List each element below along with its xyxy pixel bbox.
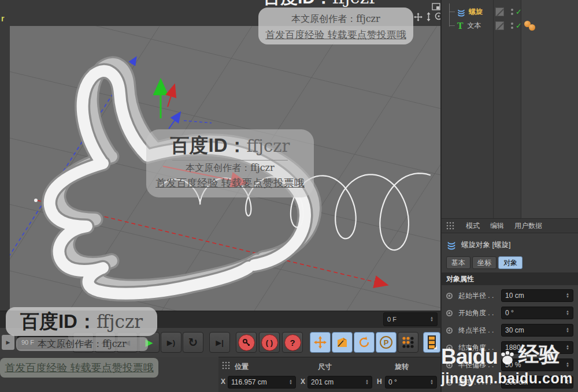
tab-basic[interactable]: 基本 [446,256,470,269]
radial-bias-value: 50 % [505,361,521,369]
prev-key-button[interactable]: ◀( [95,332,116,353]
loop-button[interactable]: ↻ [183,332,203,353]
key-rotation-button[interactable] [354,332,375,353]
size-x-field[interactable]: 201 cm ▲▼ [307,376,372,389]
height-value: 200 cm [505,378,528,386]
gizmo-blue-dashes [184,121,212,123]
goto-start-icon: |◀ [79,338,87,347]
attribute-menu-bar: 模式 编辑 用户数据 [442,218,578,233]
current-frame-value: 90 F [21,339,34,346]
object-label-helix[interactable]: 螺旋 [469,7,483,17]
end-frame-field[interactable]: 0 F ▲▼ [383,312,438,326]
radial-bias-field[interactable]: 50 %▲▼ [501,359,573,371]
size-header: 尺寸 [318,362,332,372]
height-field[interactable]: 200 cm▲▼ [501,376,573,389]
thumbs-up-shape[interactable] [50,64,314,294]
start-radius-field[interactable]: 10 cm▲▼ [501,289,573,302]
keyframe-circle-icon[interactable] [446,362,453,368]
play-button[interactable]: ▶ [139,332,160,353]
pan-icon[interactable] [413,12,423,22]
record-key-icon [238,334,255,351]
spinner-arrows[interactable]: ▲▼ [365,379,369,385]
position-x-field[interactable]: 116.957 cm ▲▼ [228,376,296,389]
goto-end-button[interactable]: ▶| [209,332,230,353]
autokey-button[interactable]: ( ) [259,332,280,353]
key-position-button[interactable] [310,332,331,353]
property-row-end-radius: 终点半径 . . 30 cm▲▼ [442,323,578,337]
timeline-mode-button[interactable] [423,332,440,353]
spinner-arrows[interactable]: ▲▼ [566,293,569,298]
record-position-button[interactable] [236,332,257,353]
rotation-h-field[interactable]: 0 ° ▲▼ [385,376,437,389]
key-parameter-button[interactable]: P [376,332,397,353]
object-properties-section[interactable]: 对象属性 [442,272,578,285]
spinner-arrows[interactable]: ▲▼ [61,339,64,345]
watermark-bottomleft-slogan: 首发百度经验 转载要点赞投票哦 [0,358,158,378]
keyframe-circle-icon[interactable] [446,379,453,386]
layer-swatch[interactable] [495,21,504,30]
attribute-object-title: 螺旋对象 [螺旋] [442,237,578,253]
keyframe-circle-icon[interactable] [446,293,453,299]
goto-start-button[interactable]: |◀ [73,332,94,353]
tab-object[interactable]: 对象 [498,256,523,269]
grid-handle-icon[interactable] [222,361,231,369]
gizmo-blue-arrow[interactable] [169,113,180,129]
menu-mode[interactable]: 模式 [466,221,480,231]
end-frame-value: 0 F [387,316,397,323]
keyframe-circle-icon[interactable] [446,310,453,316]
enabled-check-icon[interactable]: ✓ [516,8,522,16]
current-frame-field[interactable]: 90 F ▲▼ [17,335,68,349]
dolly-icon[interactable] [423,12,433,22]
position-x-value: 116.957 cm [231,378,267,386]
end-angle-value: 1880 ° [505,344,525,352]
spinner-arrows[interactable]: ▲▼ [289,379,292,385]
rotation-h-axis-label: H [377,378,382,386]
spinner-arrows[interactable]: ▲▼ [566,327,569,333]
grid-handle-icon[interactable] [446,222,455,230]
enabled-check-icon[interactable]: ✓ [516,21,522,30]
visibility-dots[interactable] [511,9,513,15]
tab-coordinates[interactable]: 坐标 [472,256,497,269]
layer-swatch[interactable] [495,8,504,16]
start-angle-field[interactable]: 0 °▲▼ [501,307,573,319]
timeline-ruler[interactable]: 3540 4550 5560 6570 7580 8590 [0,311,440,328]
tab-basic-label: 基本 [451,258,465,268]
object-manager-tag-column [521,0,578,218]
spinner-arrows[interactable]: ▲▼ [566,345,569,350]
spinner-arrows[interactable]: ▲▼ [430,379,433,385]
gizmo-red-arrow[interactable] [168,87,174,107]
property-row-start-radius: 起始半径 . . 10 cm▲▼ [442,289,578,303]
spinner-arrows[interactable]: ▲▼ [566,362,569,368]
menu-edit[interactable]: 编辑 [490,221,504,231]
object-x-axis-arrow[interactable] [163,166,246,183]
object-title-text: 螺旋对象 [螺旋] [461,240,510,250]
property-label: 开始角度 . . [458,308,494,318]
move-icon [314,336,327,349]
3d-viewport[interactable] [0,26,440,311]
keyframe-help-button[interactable]: ? [282,332,303,353]
spinner-arrows[interactable]: ▲▼ [566,310,569,316]
maximize-window-icon[interactable] [431,1,441,12]
property-row-height: 高度 . . . . . 200 cm▲▼ [442,375,578,389]
keying-selection-button[interactable] [398,332,418,353]
end-angle-field[interactable]: 1880 °▲▼ [501,341,573,354]
property-label: 结束角度 . . [458,343,494,353]
spinner-arrows[interactable]: ▲▼ [430,316,433,322]
panel-expand-button[interactable]: ▶ [2,335,14,350]
keyframe-circle-icon[interactable] [446,327,453,334]
prev-frame-button[interactable]: ◀ [117,332,138,353]
visibility-dots[interactable] [511,23,513,29]
object-label-text[interactable]: 文本 [467,21,481,31]
spinner-arrows[interactable]: ▲▼ [566,379,569,385]
menu-user-data[interactable]: 用户数据 [514,221,542,231]
tab-object-label: 对象 [503,258,517,268]
property-label: 高度 . . . . . [458,378,491,387]
object-row-text[interactable]: T 文本 ✓ [442,19,578,32]
property-row-end-angle: 结束角度 . . 1880 °▲▼ [442,341,578,354]
next-key-button[interactable]: ▶) [161,332,181,353]
end-radius-field[interactable]: 30 cm▲▼ [501,324,573,337]
object-tags[interactable] [524,21,535,31]
key-scale-button[interactable] [332,332,353,353]
keyframe-circle-icon[interactable] [446,345,453,351]
object-row-helix[interactable]: 螺旋 ✓ [442,5,578,18]
